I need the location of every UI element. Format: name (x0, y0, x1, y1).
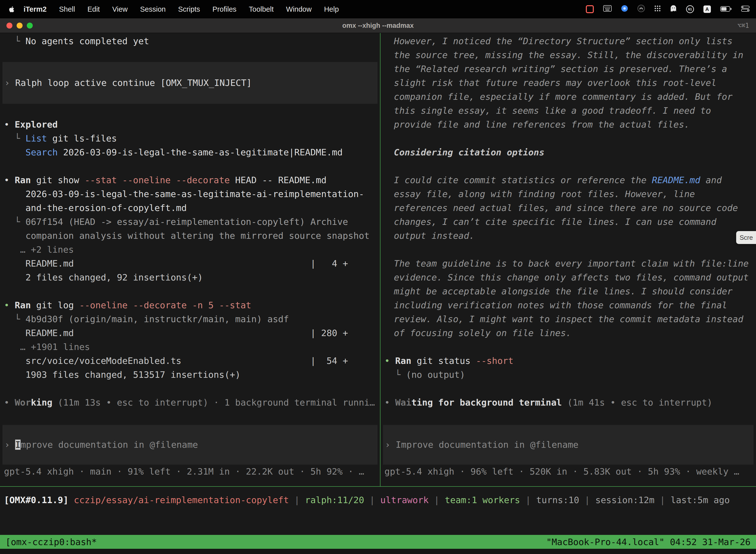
screen-share-overlay[interactable]: Scre (736, 231, 756, 244)
menu-scripts[interactable]: Scripts (172, 5, 206, 13)
prompt-input[interactable]: › Improve documentation in @filename (2, 425, 378, 465)
window-shortcut-badge: ⌥⌘1 (737, 22, 749, 29)
tmux-host-clock: "MacBook-Pro-44.local" 04:52 31-Mar-26 (546, 537, 751, 547)
thinking-text-line: slight risk that future readers may over… (380, 76, 756, 90)
tmux-status-bar: [omx-cczip0:bash* "MacBook-Pro-44.local"… (0, 535, 756, 549)
git-log-more-line: … +1901 lines (0, 340, 380, 354)
agents-status-line: └ No agents completed yet (0, 34, 380, 48)
git-log-output-line: └ 4b9d30f (origin/main, instructkr/main,… (0, 312, 380, 326)
git-show-more-line: … +2 lines (0, 243, 380, 257)
minimize-window-button[interactable] (17, 22, 22, 29)
battery-percent-value: 61 (688, 7, 692, 11)
git-log-command-line: • Ran git log --oneline --decorate -n 5 … (0, 298, 380, 312)
menu-session[interactable]: Session (134, 5, 172, 13)
thinking-text-line: the “Related research writing” section i… (380, 62, 756, 76)
thinking-text-line: output instead. (380, 229, 756, 243)
screen-recording-stop-icon[interactable] (586, 5, 594, 13)
tmux-session-window[interactable]: [omx-cczip0:bash* (5, 537, 97, 547)
left-terminal-pane[interactable]: └ No agents completed yet › Ralph loop a… (0, 33, 380, 486)
thinking-text-line: of focusing solely on file lines. (380, 326, 756, 340)
git-status-command-line: • Ran git status --short (380, 354, 756, 368)
input-source-icon[interactable]: A (703, 5, 711, 13)
omx-team-workers: team:1 workers (445, 495, 520, 505)
window-title: omx --xhigh --madmax (342, 22, 414, 30)
battery-icon[interactable] (720, 5, 732, 13)
readme-link: README.md (652, 175, 700, 185)
prompt-input-line[interactable]: › Improve documentation in @filename (2, 438, 198, 452)
dark-app-icon[interactable] (637, 5, 645, 14)
git-show-arg-line-1: 2026-03-09-is-legal-the-same-as-legitima… (0, 187, 380, 201)
omx-session-time: session:12m (595, 495, 654, 505)
thinking-text-line: references need actual files, and since … (380, 201, 756, 215)
prompt-input-line[interactable]: › Improve documentation in @filename (383, 438, 578, 452)
ralph-loop-banner: › Ralph loop active continue [OMX_TMUX_I… (2, 62, 378, 104)
git-show-stat-line: README.md | 4 + (0, 257, 380, 271)
apps-grid-icon[interactable] (654, 5, 661, 13)
screen-share-overlay-label: Scre (740, 234, 753, 241)
thinking-heading: Considering citation options (380, 146, 756, 159)
menu-window[interactable]: Window (280, 5, 318, 13)
menu-profiles[interactable]: Profiles (206, 5, 243, 13)
explored-header: • Explored (0, 118, 380, 131)
menu-app-name[interactable]: iTerm2 (17, 5, 53, 13)
git-show-output-line-2: companion analysis without altering the … (0, 229, 380, 243)
prompt-input[interactable]: › Improve documentation in @filename (383, 425, 754, 465)
menu-view[interactable]: View (106, 5, 134, 13)
git-log-stat-line-1: README.md | 280 + (0, 326, 380, 340)
omx-branch-path: cczip/essay/ai-reimplementation-copyleft (74, 495, 289, 505)
thinking-text-line: changes, I can’t cite specific file line… (380, 215, 756, 229)
terminal-area: └ No agents completed yet › Ralph loop a… (0, 33, 756, 554)
waiting-status-line: • Waiting for background terminal (1m 41… (380, 396, 756, 409)
menu-edit[interactable]: Edit (81, 5, 106, 13)
window-bottom-edge (0, 549, 756, 554)
thinking-text-line: However, I noticed the “Directory Struct… (380, 34, 756, 48)
omx-session-status-bar: [OMX#0.11.9] cczip/essay/ai-reimplementa… (0, 490, 756, 510)
model-status-line: gpt-5.4 xhigh · 96% left · 520K in · 5.8… (380, 465, 756, 479)
explored-list-line: └ List git ls-files (0, 131, 380, 146)
model-status-line: gpt-5.4 xhigh · main · 91% left · 2.31M … (0, 465, 380, 479)
thinking-text-line: companion file, especially if more comme… (380, 90, 756, 104)
thinking-text-line: the source tree, missing the essay. Stil… (380, 48, 756, 62)
working-status-line: • Working (11m 13s • esc to interrupt) ·… (0, 396, 380, 409)
blue-app-icon[interactable] (621, 5, 628, 14)
thinking-text-line: provide file and line references from th… (380, 118, 756, 131)
close-window-button[interactable] (6, 22, 12, 29)
macos-menu-bar: iTerm2 Shell Edit View Session Scripts P… (0, 0, 756, 18)
thinking-text-line: evidence. Since this change only affects… (380, 271, 756, 284)
ralph-loop-line: › Ralph loop active continue [OMX_TMUX_I… (2, 76, 252, 90)
git-show-arg-line-2: and-the-erosion-of-copyleft.md (0, 201, 380, 215)
thinking-text-line: The team guideline is to back every impo… (380, 257, 756, 271)
menu-bar-status-icons: 61 A (586, 5, 750, 14)
apple-menu-icon[interactable] (9, 6, 14, 13)
right-terminal-pane[interactable]: However, I noticed the “Directory Struct… (380, 33, 756, 486)
git-log-summary-line: 1903 files changed, 513517 insertions(+) (0, 368, 380, 382)
git-log-stat-line-2: src/voice/voiceModeEnabled.ts | 54 + (0, 354, 380, 368)
git-status-output-line: └ (no output) (380, 368, 756, 382)
menu-help[interactable]: Help (318, 5, 345, 13)
window-title-bar[interactable]: omx --xhigh --madmax ⌥⌘1 (0, 18, 756, 33)
explored-search-line: Search 2026-03-09-is-legal-the-same-as-l… (0, 146, 380, 159)
omx-last-activity: last:5m ago (671, 495, 730, 505)
omx-version: [OMX#0.11.9] (4, 495, 74, 505)
battery-gauge-icon[interactable]: 61 (686, 5, 694, 13)
thinking-text-line: review. Also, I might want to inspect th… (380, 312, 756, 326)
git-show-command-line: • Ran git show --stat --oneline --decora… (0, 173, 380, 187)
menu-toolbelt[interactable]: Toolbelt (243, 5, 280, 13)
thinking-text-line: this single essay, it seems like a good … (380, 104, 756, 118)
omx-mode-badge: ultrawork (380, 495, 429, 505)
traffic-lights (6, 22, 33, 29)
tmux-panes: └ No agents completed yet › Ralph loop a… (0, 33, 756, 487)
omx-ralph-counter: ralph:11/20 (305, 495, 364, 505)
thinking-text-line: essay file, along with finding root file… (380, 187, 756, 201)
thinking-text-line: including verification notes with those … (380, 298, 756, 312)
menu-shell[interactable]: Shell (53, 5, 81, 13)
keyboard-icon[interactable] (603, 5, 612, 13)
control-center-icon[interactable] (741, 5, 750, 13)
thinking-text-line: might be acceptable alongside the file l… (380, 284, 756, 298)
git-show-summary-line: 2 files changed, 92 insertions(+) (0, 271, 380, 284)
zoom-window-button[interactable] (27, 22, 33, 29)
ghost-icon[interactable] (670, 5, 677, 14)
thinking-text-line: I could cite commit statistics or refere… (380, 173, 756, 187)
git-show-output-line-1: └ 067f154 (HEAD -> essay/ai-reimplementa… (0, 215, 380, 229)
text-cursor: I (15, 440, 20, 450)
